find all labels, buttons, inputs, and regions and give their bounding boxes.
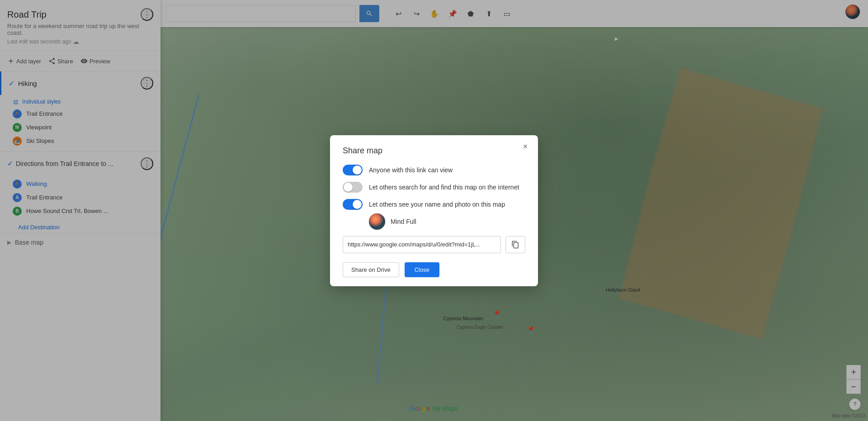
modal-option-3: Let others see your name and photo on th… [343,199,525,210]
toggle-knob-1 [353,166,362,175]
modal-user-row: Mind Full [369,213,525,230]
copy-link-button[interactable] [505,236,525,253]
modal-option-1: Anyone with this link can view [343,165,525,175]
svg-point-1 [369,213,385,230]
modal-overlay[interactable]: × Share map Anyone with this link can vi… [0,0,868,421]
toggle-search-find[interactable] [343,182,363,193]
modal-user-avatar [369,213,385,230]
toggle-show-name[interactable] [343,199,363,210]
modal-link-input[interactable] [343,236,501,253]
modal-close-button[interactable]: × [519,141,532,153]
share-on-drive-button[interactable]: Share on Drive [343,262,399,277]
toggle-knob-2 [344,183,353,192]
modal-option-2: Let others search for and find this map … [343,182,525,193]
share-modal: × Share map Anyone with this link can vi… [330,135,538,286]
modal-user-name: Mind Full [391,218,416,225]
toggle-anyone-view[interactable] [343,165,363,175]
option-3-text: Let others see your name and photo on th… [369,201,505,208]
option-1-text: Anyone with this link can view [369,166,453,174]
toggle-knob-3 [353,200,362,209]
option-2-text: Let others search for and find this map … [369,184,519,191]
close-modal-button[interactable]: Close [405,262,439,277]
modal-footer: Share on Drive Close [343,262,525,277]
modal-link-row [343,236,525,253]
modal-title: Share map [343,146,525,156]
